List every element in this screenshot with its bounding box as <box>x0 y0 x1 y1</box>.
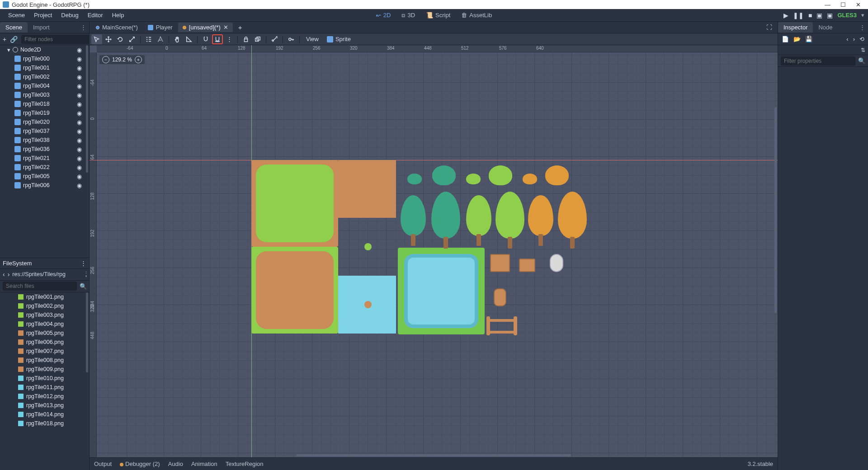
file-item[interactable]: rpgTile010.png <box>0 374 89 383</box>
scene-node[interactable]: rpgTile006◉ <box>0 181 85 190</box>
history-menu-icon[interactable]: ⟲ <box>859 36 864 42</box>
bottom-animation[interactable]: Animation <box>191 461 217 467</box>
file-item[interactable]: rpgTile007.png <box>0 347 89 356</box>
scene-tab[interactable]: Player <box>143 23 177 32</box>
bottom-audio[interactable]: Audio <box>168 461 183 467</box>
load-resource-icon[interactable]: 📂 <box>793 36 801 42</box>
visibility-icon[interactable]: ◉ <box>77 101 85 108</box>
snap-options[interactable]: ⋮ <box>224 34 235 44</box>
group-tool[interactable] <box>252 34 263 44</box>
filter-nodes-input[interactable] <box>21 35 95 44</box>
search-icon[interactable]: 🔍 <box>858 57 865 64</box>
workspace-script[interactable]: 📜Script <box>421 11 455 20</box>
file-item[interactable]: rpgTile014.png <box>0 410 89 419</box>
bottom-textureregion[interactable]: TextureRegion <box>226 461 264 467</box>
history-back-icon[interactable]: ‹ <box>846 36 848 42</box>
menu-help[interactable]: Help <box>108 12 129 19</box>
scene-node[interactable]: rpgTile037◉ <box>0 127 85 136</box>
lock-tool[interactable] <box>241 34 251 44</box>
visibility-icon[interactable]: ◉ <box>77 182 85 189</box>
scene-node[interactable]: rpgTile021◉ <box>0 154 85 163</box>
scene-node[interactable]: rpgTile018◉ <box>0 99 85 108</box>
fs-back-button[interactable]: ‹ <box>3 271 5 278</box>
distraction-free-icon[interactable]: ⛶ <box>763 24 776 31</box>
scene-node[interactable]: rpgTile001◉ <box>0 63 85 72</box>
file-list-scrollbar[interactable] <box>86 292 88 372</box>
scene-node[interactable]: rpgTile022◉ <box>0 163 85 172</box>
visibility-icon[interactable]: ◉ <box>77 128 85 135</box>
unknown-tool[interactable] <box>155 34 166 44</box>
bottom-output[interactable]: Output <box>94 461 112 467</box>
viewport-v-scrollbar[interactable] <box>774 107 777 313</box>
ruler-tool[interactable] <box>184 34 194 44</box>
select-tool[interactable] <box>91 34 102 44</box>
file-item[interactable]: rpgTile005.png <box>0 329 89 338</box>
visibility-icon[interactable]: ◉ <box>77 146 85 153</box>
scene-node[interactable]: rpgTile036◉ <box>0 145 85 154</box>
play-button[interactable]: ▶ <box>783 12 788 19</box>
workspace-2d[interactable]: ↜2D <box>372 11 396 20</box>
visibility-icon[interactable]: ◉ <box>77 110 85 117</box>
visibility-icon[interactable]: ◉ <box>77 47 85 53</box>
scene-node[interactable]: rpgTile038◉ <box>0 136 85 145</box>
rotate-tool[interactable] <box>115 34 126 44</box>
view-menu[interactable]: View <box>302 36 322 42</box>
menu-scene[interactable]: Scene <box>4 12 29 19</box>
file-item[interactable]: rpgTile009.png <box>0 365 89 374</box>
scene-tree-scrollbar[interactable] <box>86 45 88 173</box>
sprite-menu[interactable]: Sprite <box>323 36 354 42</box>
list-select-tool[interactable] <box>143 34 154 44</box>
workspace-3d[interactable]: ⧈3D <box>397 11 420 20</box>
filesystem-menu-icon[interactable]: ⋮ <box>80 260 86 267</box>
menu-project[interactable]: Project <box>29 12 57 19</box>
file-item[interactable]: rpgTile002.png <box>0 301 89 310</box>
file-item[interactable]: rpgTile008.png <box>0 356 89 365</box>
scene-root-node[interactable]: ▾Node2D◉ <box>0 45 85 54</box>
scene-node[interactable]: rpgTile019◉ <box>0 108 85 118</box>
fs-view-mode-icon[interactable] <box>86 272 86 277</box>
file-item[interactable]: rpgTile012.png <box>0 392 89 401</box>
visibility-icon[interactable]: ◉ <box>77 74 85 80</box>
visibility-icon[interactable]: ◉ <box>77 65 85 71</box>
visibility-icon[interactable]: ◉ <box>77 92 85 99</box>
file-item[interactable]: rpgTile013.png <box>0 401 89 410</box>
close-tab-icon[interactable]: ✕ <box>223 24 228 31</box>
file-item[interactable]: rpgTile011.png <box>0 383 89 392</box>
maximize-icon[interactable]: ☐ <box>840 1 846 8</box>
file-item[interactable]: rpgTile001.png <box>0 292 89 301</box>
scene-node[interactable]: rpgTile003◉ <box>0 90 85 99</box>
tab-import[interactable]: Import <box>28 22 55 33</box>
bone-tool[interactable] <box>269 34 280 44</box>
fs-forward-button[interactable]: › <box>8 271 10 278</box>
renderer-label[interactable]: GLES3 <box>837 12 857 19</box>
animation-key-tool[interactable] <box>286 34 297 44</box>
renderer-dropdown-icon[interactable]: ▾ <box>861 12 864 19</box>
viewport[interactable]: -64064128192256320384448512576640 -64064… <box>90 45 778 457</box>
play-scene-button[interactable]: ▣ <box>816 12 822 19</box>
scene-node[interactable]: rpgTile000◉ <box>0 54 85 63</box>
file-item[interactable]: rpgTile004.png <box>0 320 89 329</box>
scale-tool[interactable] <box>127 34 137 44</box>
tab-scene[interactable]: Scene <box>0 22 28 33</box>
zoom-out-button[interactable]: − <box>102 56 109 63</box>
filter-properties-input[interactable] <box>781 56 855 66</box>
visibility-icon[interactable]: ◉ <box>77 164 85 171</box>
minimize-icon[interactable]: — <box>825 1 830 8</box>
fs-path-input[interactable] <box>12 271 83 277</box>
object-menu-icon[interactable]: ⇅ <box>861 47 865 53</box>
scene-node[interactable]: rpgTile020◉ <box>0 118 85 127</box>
menu-debug[interactable]: Debug <box>57 12 83 19</box>
file-item[interactable]: rpgTile018.png <box>0 419 89 428</box>
bottom-debugger[interactable]: Debugger (2) <box>120 461 160 467</box>
play-custom-button[interactable]: ▣ <box>827 12 833 19</box>
visibility-icon[interactable]: ◉ <box>77 83 85 89</box>
panel-menu-icon[interactable]: ⋮ <box>78 24 89 31</box>
pan-tool[interactable] <box>172 34 183 44</box>
history-forward-icon[interactable]: › <box>853 36 855 42</box>
pause-button[interactable]: ❚❚ <box>793 12 804 19</box>
scene-tab[interactable]: MainScene(*) <box>91 23 142 32</box>
new-resource-icon[interactable]: 📄 <box>782 36 789 42</box>
inspector-menu-icon[interactable]: ⋮ <box>857 24 868 31</box>
file-item[interactable]: rpgTile003.png <box>0 310 89 320</box>
snap-toggle[interactable] <box>200 34 211 44</box>
